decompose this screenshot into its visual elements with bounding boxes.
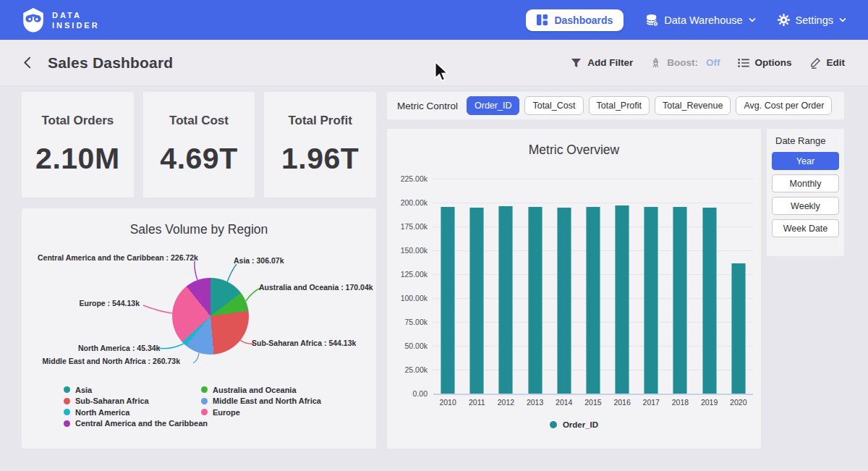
- bar[interactable]: [731, 263, 746, 394]
- brand: DATA INSIDER: [22, 8, 100, 33]
- legend-item[interactable]: Europe: [201, 408, 321, 417]
- legend-dot: [550, 421, 557, 428]
- boost-toggle[interactable]: Boost:Off: [650, 57, 720, 69]
- legend-item[interactable]: Middle East and North Africa: [201, 397, 321, 406]
- legend-label: Europe: [213, 408, 240, 417]
- database-icon: [645, 14, 658, 27]
- pie-leader-line: [193, 353, 199, 363]
- legend-dot: [201, 409, 208, 415]
- pie-chart[interactable]: [172, 278, 249, 355]
- x-axis-line: [433, 394, 753, 395]
- metric-option-total-cost[interactable]: Total_Cost: [524, 96, 583, 115]
- bar-chart-card: Metric Overview 225.00k200.00k175.00k150…: [387, 129, 761, 449]
- options-button[interactable]: Options: [738, 57, 792, 68]
- date-range-option-week-date[interactable]: Week Date: [772, 219, 839, 237]
- y-tick-label: 225.00k: [387, 174, 427, 183]
- y-tick-label: 25.00k: [387, 365, 427, 374]
- bar-legend[interactable]: Order_ID: [387, 420, 761, 429]
- bar[interactable]: [557, 208, 571, 394]
- bar[interactable]: [586, 207, 600, 394]
- legend-item[interactable]: Central America and the Caribbean: [64, 420, 208, 428]
- brand-line-1: DATA: [52, 10, 100, 20]
- bar-plot-area: [433, 179, 753, 394]
- kpi-label: Total Cost: [169, 114, 229, 128]
- nav-settings[interactable]: Settings: [778, 14, 846, 26]
- x-tick-label: 2013: [521, 398, 550, 407]
- pie-slice-label: Sub-Saharan Africa : 544.13k: [252, 339, 356, 347]
- kpi-value: 2.10M: [35, 142, 119, 176]
- x-tick-label: 2010: [433, 398, 462, 407]
- chevron-left-icon: [23, 56, 32, 69]
- x-tick-label: 2017: [637, 398, 665, 407]
- metric-option-total-profit[interactable]: Total_Profit: [589, 96, 650, 115]
- kpi-card-total-cost: Total Cost 4.69T: [143, 92, 255, 198]
- y-tick-label: 175.00k: [387, 222, 427, 231]
- nav-dashboards-button[interactable]: Dashboards: [526, 9, 624, 31]
- filter-funnel-icon: [571, 58, 582, 68]
- legend-dot: [201, 386, 208, 393]
- x-tick-label: 2012: [491, 398, 520, 407]
- legend-item[interactable]: Australia and Oceania: [201, 386, 321, 394]
- legend-dot: [64, 386, 70, 393]
- pie-leader-line: [143, 305, 172, 313]
- kpi-value: 4.69T: [160, 142, 237, 176]
- pencil-icon: [809, 57, 821, 69]
- nav-data-warehouse[interactable]: Data Warehouse: [645, 14, 755, 27]
- legend-dot: [201, 398, 208, 404]
- top-navbar: DATA INSIDER Dashboards Data Warehouse: [0, 0, 868, 40]
- legend-label: Middle East and North Africa: [213, 396, 321, 405]
- bar[interactable]: [441, 207, 455, 394]
- pie-slice-label: Central America and the Caribbean : 226.…: [38, 253, 175, 262]
- date-range-option-monthly[interactable]: Monthly: [772, 174, 839, 192]
- bar[interactable]: [644, 207, 658, 394]
- add-filter-label: Add Filter: [587, 57, 633, 68]
- nav-settings-label: Settings: [796, 14, 833, 26]
- y-tick-label: 200.00k: [387, 198, 427, 207]
- legend-dot: [64, 409, 70, 415]
- add-filter-button[interactable]: Add Filter: [571, 57, 633, 68]
- bar[interactable]: [673, 207, 687, 394]
- back-button[interactable]: [23, 56, 32, 69]
- legend-dot: [64, 420, 70, 427]
- kpi-row: Total Orders 2.10M Total Cost 4.69T Tota…: [22, 92, 376, 198]
- bar-chart-title: Metric Overview: [387, 129, 761, 158]
- date-range-option-year[interactable]: Year: [772, 152, 839, 170]
- bar[interactable]: [469, 208, 484, 394]
- date-range-options: YearMonthlyWeeklyWeek Date: [772, 152, 839, 237]
- pie-slice-label: North America : 45.34k: [78, 344, 154, 352]
- bar[interactable]: [702, 208, 717, 394]
- metric-option-total-revenue[interactable]: Total_Revenue: [655, 96, 731, 115]
- metric-option-avg-cost-per-order[interactable]: Avg. Cost per Order: [736, 96, 832, 115]
- y-tick-label: 0.00: [387, 389, 427, 398]
- pie-chart-title: Sales Volume by Region: [22, 208, 376, 237]
- header-toolbar: Add Filter Boost:Off Options Edit: [571, 57, 845, 69]
- date-range-option-weekly[interactable]: Weekly: [772, 197, 839, 215]
- legend-item[interactable]: North America: [64, 408, 208, 417]
- legend-label: Sub-Saharan Africa: [75, 396, 149, 405]
- edit-button[interactable]: Edit: [809, 57, 846, 69]
- list-icon: [738, 58, 749, 68]
- x-tick-label: 2016: [608, 398, 637, 407]
- y-tick-label: 125.00k: [387, 270, 427, 279]
- bar[interactable]: [498, 206, 513, 394]
- pie-slice-label: Australia and Oceania : 170.04k: [259, 283, 373, 292]
- legend-label: Asia: [75, 386, 92, 394]
- legend-dot: [64, 398, 70, 404]
- metric-option-order-id[interactable]: Order_ID: [467, 96, 519, 115]
- chevron-down-icon: [839, 17, 846, 22]
- page-header: Sales Dashboard Add Filter Boost:Off Opt…: [0, 40, 868, 86]
- boost-label: Boost:: [667, 57, 698, 68]
- bar[interactable]: [615, 205, 629, 394]
- legend-label: Australia and Oceania: [213, 386, 297, 394]
- y-axis-ticks: 225.00k200.00k175.00k150.00k125.00k100.0…: [387, 179, 427, 394]
- x-tick-label: 2011: [462, 398, 491, 407]
- legend-item[interactable]: Sub-Saharan Africa: [64, 397, 208, 406]
- kpi-card-total-orders: Total Orders 2.10M: [22, 92, 134, 198]
- bar[interactable]: [528, 207, 542, 394]
- edit-label: Edit: [827, 57, 846, 68]
- metric-options: Order_IDTotal_CostTotal_ProfitTotal_Reve…: [467, 96, 832, 115]
- legend-item[interactable]: Asia: [64, 386, 208, 394]
- pie-slice-label: Middle East and North Africa : 260.73k: [41, 357, 180, 365]
- date-range-label: Date Range: [772, 135, 839, 146]
- x-tick-label: 2015: [579, 398, 608, 407]
